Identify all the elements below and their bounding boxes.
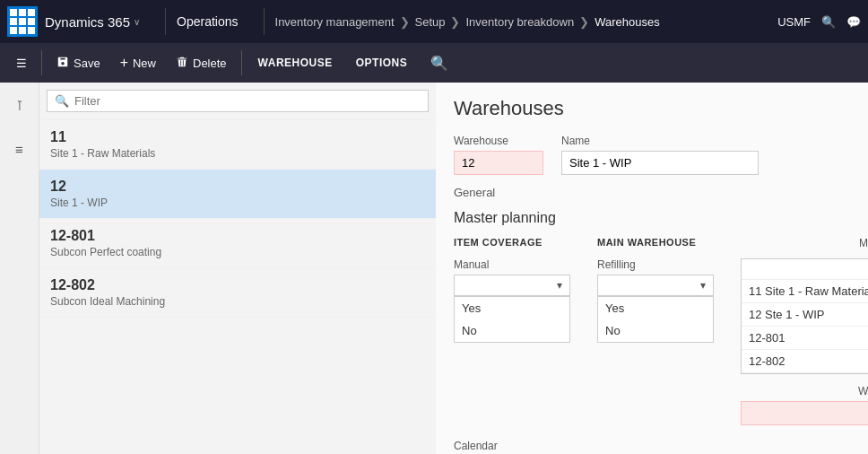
sidebar-list: 11 Site 1 - Raw Materials 12 Site 1 - WI… [39,120,436,454]
warehouse-input[interactable] [454,151,543,175]
refilling-label: Refilling [597,258,714,271]
sidebar-filter: 🔍 [39,83,436,120]
coverage-section: ITEM COVERAGE Manual ▾ Yes No MAIN WAREH [454,237,850,425]
calendar-field: Calendar ∨ [454,440,615,454]
top-nav-bar: Dynamics 365 ∨ Operations Inventory mana… [0,0,868,43]
calendar-label: Calendar [454,440,615,452]
hamburger-icon: ☰ [16,57,27,70]
breadcrumb-sep-2: ❯ [450,15,460,29]
brand-label[interactable]: Dynamics 365 ∨ [45,14,140,30]
manual-field: Manual ▾ Yes No [454,258,570,343]
delete-button[interactable]: Delete [167,50,236,76]
save-icon [56,56,69,71]
list-item[interactable]: 12-802 Subcon Ideal Machining [39,268,436,318]
top-nav-right: USMF 🔍 💬 [777,15,861,29]
refilling-no-option[interactable]: No [598,319,713,342]
new-icon: + [120,55,128,71]
waffle-icon [10,9,35,34]
options-tab[interactable]: OPTIONS [345,51,419,74]
breadcrumb-inventory[interactable]: Inventory management [275,15,395,29]
filter-search-icon: 🔍 [55,94,69,108]
warehouse-level-label: Warehouse level [741,385,868,397]
manual-yes-option[interactable]: Yes [455,297,569,319]
mw-dropdown-header[interactable]: ▾ [742,259,868,280]
refilling-dropdown[interactable]: ▾ [597,275,714,296]
save-button[interactable]: Save [48,50,109,76]
warehouse-tab[interactable]: WAREHOUSE [247,51,343,74]
item-coverage-header: ITEM COVERAGE [454,237,570,248]
mw-item[interactable]: 11 Site 1 - Raw Materials [742,280,868,303]
list-toggle-button[interactable]: ≡ [5,135,34,163]
manual-label: Manual [454,258,570,271]
refilling-yes-option[interactable]: Yes [598,297,713,319]
filter-input[interactable] [74,94,421,108]
main-warehouse-header: MAIN WAREHOUSE [597,237,714,248]
breadcrumb-breakdown[interactable]: Inventory breakdown [465,15,574,29]
item-name: Site 1 - Raw Materials [50,147,425,160]
refilling-options-list: Yes No [597,296,714,343]
lower-row: Calendar ∨ [454,440,850,454]
list-item[interactable]: 12 Site 1 - WIP [39,170,436,219]
manual-options-list: Yes No [454,296,570,343]
filter-icon: ⊺ [16,98,23,114]
name-input[interactable] [561,151,759,175]
main-warehouse-dropdown[interactable]: ▾ 11 Site 1 - Raw Materials 12 Ste 1 - W… [741,258,868,374]
warehouse-level-input[interactable] [741,401,868,425]
list-item[interactable]: 11 Site 1 - Raw Materials [39,120,436,170]
item-id: 11 [50,129,425,145]
mw-item[interactable]: 12-802 [742,350,868,373]
search-icon[interactable]: 🔍 [821,15,836,29]
sidebar-icon-panel: ⊺ ≡ [0,83,39,454]
nav-separator [165,8,166,35]
breadcrumb-sep-1: ❯ [400,15,410,29]
main-content: Warehouses Warehouse Name General Master… [436,83,868,454]
new-button[interactable]: + New [111,49,165,76]
toolbar-divider-1 [41,50,42,75]
brand-chevron-icon: ∨ [134,17,140,27]
warehouse-level-field: Warehouse level [741,385,868,425]
list-item[interactable]: 12-801 Subcon Perfect coating [39,219,436,268]
breadcrumb-setup[interactable]: Setup [415,15,446,29]
main-warehouse-label: Main warehouse [741,237,868,249]
item-coverage-col: ITEM COVERAGE Manual ▾ Yes No [454,237,570,343]
main-layout: ⊺ ≡ 🔍 11 Site 1 - Raw Materials 12 Site … [0,83,868,454]
toolbar-divider-2 [241,50,242,75]
item-name: Subcon Ideal Machining [50,295,425,308]
page-title: Warehouses [454,97,850,120]
mw-item[interactable]: 12-801 [742,327,868,350]
delete-icon [176,56,188,71]
refilling-field: Refilling ▾ Yes No [597,258,714,343]
name-label: Name [561,135,759,147]
breadcrumb-warehouses: Warehouses [595,15,660,29]
list-icon: ≡ [15,142,23,157]
hamburger-button[interactable]: ☰ [7,51,36,75]
warehouse-label: Warehouse [454,135,543,147]
item-id: 12 [50,179,425,195]
breadcrumb-sep-3: ❯ [579,15,589,29]
refilling-dropdown-arrow: ▾ [700,279,706,292]
chat-icon[interactable]: 💬 [846,15,861,29]
manual-dropdown-arrow: ▾ [557,279,562,292]
operations-label: Operations [177,14,238,29]
item-name: Subcon Perfect coating [50,246,425,258]
toolbar: ☰ Save + New Delete WAREHOUSE OPTIONS 🔍 [0,43,868,83]
sidebar-content: 🔍 11 Site 1 - Raw Materials 12 Site 1 - … [39,83,436,454]
item-id: 12-802 [50,277,425,293]
nav-separator-2 [264,8,265,35]
master-planning-heading: Master planning [454,210,850,226]
breadcrumb: Inventory management ❯ Setup ❯ Inventory… [275,15,660,29]
toolbar-search-icon[interactable]: 🔍 [427,51,452,75]
manual-dropdown[interactable]: ▾ [454,275,570,296]
name-field: Name [561,135,759,175]
manual-no-option[interactable]: No [455,319,569,342]
general-label: General [454,186,850,199]
warehouse-name-row: Warehouse Name [454,135,850,175]
warehouse-field: Warehouse [454,135,543,175]
filter-toggle-button[interactable]: ⊺ [5,92,34,120]
waffle-button[interactable] [7,6,38,37]
main-warehouse-list-col: Main warehouse ▾ 11 Site 1 - Raw Materia… [741,237,868,425]
item-id: 12-801 [50,228,425,244]
main-warehouse-coverage-col: MAIN WAREHOUSE Refilling ▾ Yes No [597,237,714,343]
filter-input-wrap[interactable]: 🔍 [47,90,429,112]
mw-item[interactable]: 12 Ste 1 - WIP [742,303,868,327]
